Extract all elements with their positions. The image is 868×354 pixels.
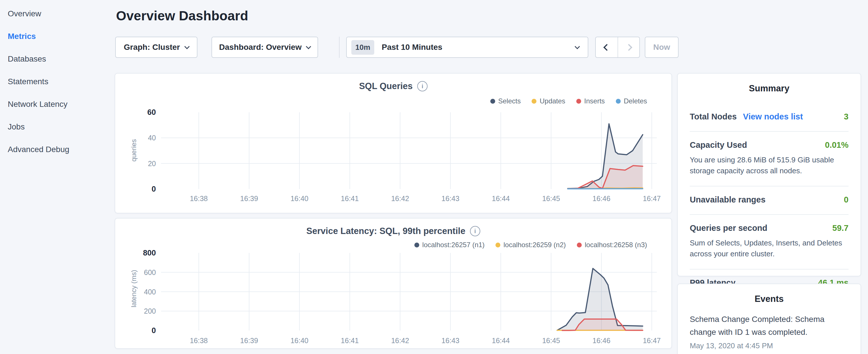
x-tick-label: 16:42	[380, 336, 420, 345]
legend-label: localhost:26257 (n1)	[423, 241, 485, 249]
sidebar-item-databases[interactable]: Databases	[0, 47, 115, 70]
summary-label: Queries per second	[690, 223, 767, 233]
graph-scope-dropdown-label: Graph: Cluster	[124, 43, 180, 52]
legend-dot-icon	[490, 99, 495, 104]
info-icon[interactable]: i	[470, 226, 480, 236]
y-tick-label: 400	[124, 287, 156, 296]
chevron-down-icon	[306, 44, 311, 49]
legend-item: Selects	[490, 97, 521, 105]
sidebar-item-statements[interactable]: Statements	[0, 70, 115, 93]
summary-row-total-nodes: Total Nodes View nodes list 3	[690, 103, 848, 131]
summary-value: 0	[844, 195, 848, 204]
chart-title: SQL Queries	[359, 81, 413, 91]
summary-row-capacity-used: Capacity Used 0.01% You are using 28.6 M…	[690, 131, 848, 186]
legend-item: localhost:26259 (n2)	[495, 241, 566, 249]
time-range-label: Past 10 Minutes	[382, 43, 442, 52]
legend-item: Updates	[532, 97, 565, 105]
x-tick-label: 16:45	[531, 336, 571, 345]
legend-dot-icon	[616, 99, 621, 104]
legend-label: Updates	[539, 97, 565, 105]
sidebar: Overview Metrics Databases Statements Ne…	[0, 0, 115, 354]
now-button[interactable]: Now	[645, 37, 679, 58]
summary-label: Unavailable ranges	[690, 195, 766, 204]
y-tick-label: 40	[124, 133, 156, 142]
x-tick-label: 16:40	[279, 336, 319, 345]
summary-subtext: You are using 28.6 MiB of 515.9 GiB usab…	[690, 154, 848, 176]
dashboard-dropdown[interactable]: Dashboard: Overview	[212, 37, 318, 58]
legend-item: localhost:26257 (n1)	[414, 241, 485, 249]
sql-queries-chart-card: SQL Queries i SelectsUpdatesInsertsDelet…	[115, 73, 672, 213]
info-icon[interactable]: i	[417, 81, 428, 91]
summary-value: 59.7	[833, 223, 848, 233]
x-tick-label: 16:39	[229, 336, 269, 345]
event-item-text[interactable]: Schema Change Completed: Schema change w…	[690, 313, 848, 339]
x-tick-label: 16:41	[330, 336, 370, 345]
summary-label: Capacity Used	[690, 140, 747, 150]
chart-legend: localhost:26257 (n1)localhost:26259 (n2)…	[414, 241, 647, 249]
legend-dot-icon	[495, 243, 500, 248]
x-tick-label: 16:38	[179, 194, 219, 203]
y-tick-label: 60	[124, 108, 156, 117]
x-tick-label: 16:41	[330, 194, 370, 203]
chevron-left-icon	[603, 44, 610, 51]
x-tick-label: 16:46	[582, 336, 622, 345]
chevron-down-icon	[575, 44, 580, 49]
legend-label: localhost:26259 (n2)	[503, 241, 566, 249]
summary-title: Summary	[678, 74, 861, 94]
events-title: Events	[678, 284, 861, 304]
sidebar-item-advanced-debug[interactable]: Advanced Debug	[0, 138, 115, 161]
legend-label: Inserts	[584, 97, 605, 105]
service-latency-chart-card: Service Latency: SQL, 99th percentile i …	[115, 218, 672, 349]
sidebar-item-metrics[interactable]: Metrics	[0, 25, 115, 47]
summary-subtext: Sum of Selects, Updates, Inserts, and De…	[690, 237, 848, 259]
chart-plot[interactable]	[161, 253, 657, 330]
x-tick-label: 16:39	[229, 194, 269, 203]
chart-legend: SelectsUpdatesInsertsDeletes	[490, 97, 647, 105]
summary-row-queries-per-second: Queries per second 59.7 Sum of Selects, …	[690, 214, 848, 269]
graph-scope-dropdown[interactable]: Graph: Cluster	[115, 37, 197, 58]
dashboard-dropdown-label: Dashboard: Overview	[219, 43, 302, 52]
chart-title: Service Latency: SQL, 99th percentile	[306, 226, 465, 236]
x-tick-label: 16:46	[582, 194, 622, 203]
time-range-badge: 10m	[351, 40, 374, 55]
x-tick-label: 16:40	[279, 194, 319, 203]
legend-dot-icon	[577, 243, 582, 248]
view-nodes-list-link[interactable]: View nodes list	[743, 112, 803, 122]
summary-label: Total Nodes	[690, 112, 737, 122]
x-tick-label: 16:42	[380, 194, 420, 203]
x-tick-label: 16:45	[531, 194, 571, 203]
time-window-arrows	[595, 37, 640, 58]
summary-value: 3	[844, 112, 848, 122]
legend-dot-icon	[532, 99, 536, 104]
app-root: Overview Metrics Databases Statements Ne…	[0, 0, 868, 354]
chart-plot[interactable]	[161, 112, 657, 189]
chevron-down-icon	[184, 44, 189, 49]
legend-item: localhost:26258 (n3)	[577, 241, 647, 249]
legend-label: Deletes	[624, 97, 647, 105]
legend-dot-icon	[414, 243, 419, 248]
next-time-window-button[interactable]	[618, 37, 639, 57]
sidebar-item-network-latency[interactable]: Network Latency	[0, 93, 115, 116]
prev-time-window-button[interactable]	[596, 37, 618, 57]
x-tick-label: 16:47	[631, 194, 672, 203]
x-tick-label: 16:47	[631, 336, 672, 345]
page-title: Overview Dashboard	[116, 8, 248, 24]
x-tick-label: 16:38	[179, 336, 219, 345]
sidebar-item-overview[interactable]: Overview	[0, 2, 115, 25]
chevron-right-icon	[625, 44, 632, 51]
legend-label: Selects	[498, 97, 521, 105]
x-tick-label: 16:44	[481, 194, 521, 203]
sidebar-item-jobs[interactable]: Jobs	[0, 116, 115, 138]
legend-label: localhost:26258 (n3)	[585, 241, 647, 249]
summary-value: 0.01%	[825, 140, 848, 150]
legend-item: Deletes	[616, 97, 647, 105]
x-tick-label: 16:43	[430, 194, 470, 203]
y-tick-label: 20	[124, 159, 156, 168]
y-tick-label: 200	[124, 307, 156, 316]
time-range-dropdown[interactable]: 10m Past 10 Minutes	[346, 37, 588, 58]
y-tick-label: 0	[124, 326, 156, 335]
x-tick-label: 16:44	[481, 336, 521, 345]
events-panel: Events Schema Change Completed: Schema c…	[677, 284, 861, 354]
legend-dot-icon	[576, 99, 581, 104]
summary-row-unavailable-ranges: Unavailable ranges 0	[690, 186, 848, 214]
